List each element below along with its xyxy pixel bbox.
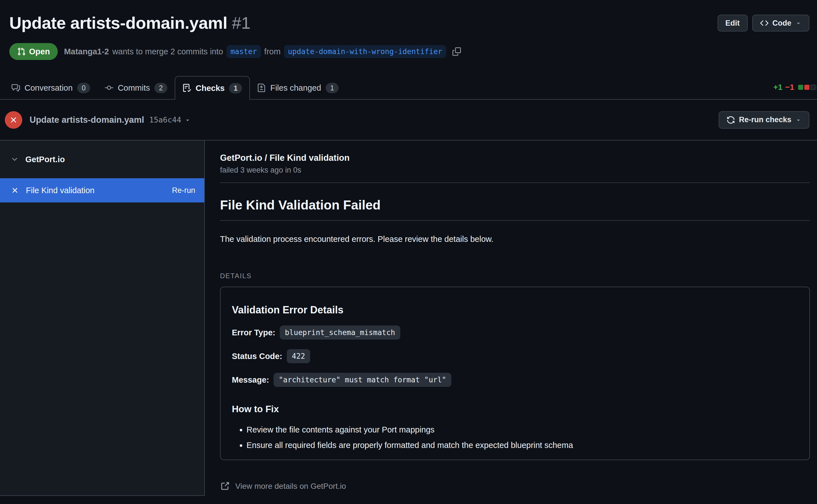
tab-checks[interactable]: Checks 1 — [175, 76, 250, 100]
edit-button[interactable]: Edit — [718, 15, 748, 32]
tab-label: Checks — [195, 84, 224, 93]
head-branch-label[interactable]: update-domain-with-wrong-identifier — [284, 45, 446, 58]
diffstat-square-neutral — [811, 85, 816, 90]
diffstat-squares — [798, 85, 817, 90]
check-result-heading: File Kind Validation Failed — [220, 197, 810, 221]
error-type-label: Error Type: — [232, 328, 275, 337]
tab-count: 1 — [229, 83, 242, 93]
sidebar-item-file-kind-validation[interactable]: File Kind validation Re-run — [0, 178, 204, 202]
author-name[interactable]: Matanga1-2 — [64, 47, 109, 56]
diffstat-square-deleted — [804, 85, 809, 90]
status-code-value: 422 — [287, 349, 310, 363]
check-detail-main: GetPort.io / File Kind validation failed… — [205, 141, 817, 496]
divider — [220, 182, 810, 183]
diffstat: +1 −1 — [773, 83, 817, 92]
check-breadcrumb: GetPort.io / File Kind validation — [220, 153, 810, 163]
message-value: "architecture" must match format "url" — [273, 373, 451, 387]
fix-list-item: Ensure all required fields are properly … — [246, 440, 798, 451]
view-more-details-label: View more details on GetPort.io — [235, 482, 346, 491]
tab-count: 0 — [77, 83, 90, 93]
sync-icon — [727, 116, 735, 124]
status-code-label: Status Code: — [232, 352, 282, 361]
status-code-row: Status Code: 422 — [232, 349, 798, 364]
error-type-row: Error Type: blueprint_schema_mismatch — [232, 325, 798, 340]
from-word: from — [264, 47, 280, 56]
commit-selector-caret-icon[interactable] — [184, 117, 191, 123]
merge-summary: Matanga1-2 wants to merge 2 commits into… — [64, 45, 461, 58]
rerun-checks-button[interactable]: Re-run checks — [719, 111, 809, 129]
view-more-details-link[interactable]: View more details on GetPort.io — [220, 481, 346, 491]
failed-check-icon — [5, 111, 22, 129]
details-section-label: DETAILS — [220, 272, 810, 280]
base-branch-label[interactable]: master — [226, 45, 261, 58]
message-row: Message: "architecture" must match forma… — [232, 372, 798, 387]
checks-sidebar: GetPort.io File Kind validation Re-run — [0, 141, 205, 496]
code-icon — [760, 19, 769, 27]
code-button-label: Code — [773, 19, 792, 28]
tab-count: 1 — [326, 83, 338, 93]
diffstat-deletions: −1 — [785, 83, 794, 92]
tab-label: Files changed — [270, 83, 321, 93]
pr-header: Update artists-domain.yaml #1 Edit Code … — [0, 0, 817, 60]
open-status-label: Open — [29, 47, 50, 56]
pr-tab-nav: Conversation 0 Commits 2 Checks 1 Files … — [0, 76, 817, 100]
error-type-value: blueprint_schema_mismatch — [280, 325, 400, 340]
comment-discussion-icon — [12, 84, 20, 92]
validation-error-box: Validation Error Details Error Type: blu… — [220, 287, 810, 460]
caret-down-icon — [795, 117, 802, 123]
diffstat-additions: +1 — [773, 83, 782, 92]
how-to-fix-heading: How to Fix — [232, 403, 798, 415]
commit-sha[interactable]: 15a6c44 — [149, 115, 181, 124]
message-label: Message: — [232, 375, 269, 385]
file-diff-icon — [257, 84, 266, 92]
pr-title-text: Update artists-domain.yaml — [9, 14, 227, 32]
pr-number: #1 — [232, 14, 250, 32]
tab-count: 2 — [154, 83, 167, 93]
checklist-icon — [182, 84, 191, 92]
x-icon — [11, 186, 19, 195]
merge-action-text: wants to merge 2 commits into — [112, 47, 223, 56]
sidebar-group-name: GetPort.io — [25, 155, 65, 164]
tab-files-changed[interactable]: Files changed 1 — [250, 77, 346, 99]
caret-down-icon — [795, 20, 802, 26]
checks-panel: GetPort.io File Kind validation Re-run G… — [0, 140, 817, 496]
sidebar-rerun-link[interactable]: Re-run — [172, 186, 195, 195]
copy-icon[interactable] — [453, 47, 461, 56]
git-pull-request-icon — [17, 47, 26, 56]
check-summary-text: The validation process encountered error… — [220, 234, 810, 244]
fix-list: Review the file contents against your Po… — [232, 425, 798, 451]
page-title: Update artists-domain.yaml #1 — [9, 12, 809, 34]
code-button[interactable]: Code — [752, 15, 810, 32]
header-actions: Edit Code — [718, 15, 810, 32]
external-link-icon — [220, 481, 230, 491]
tab-commits[interactable]: Commits 2 — [97, 77, 175, 99]
check-status-line: failed 3 weeks ago in 0s — [220, 166, 810, 175]
chevron-down-icon — [11, 155, 19, 163]
open-status-badge: Open — [9, 43, 58, 60]
pr-byline: Open Matanga1-2 wants to merge 2 commits… — [9, 43, 809, 60]
error-box-title: Validation Error Details — [232, 304, 798, 316]
fix-list-item: Review the file contents against your Po… — [246, 425, 798, 435]
rerun-checks-label: Re-run checks — [739, 115, 791, 124]
diffstat-square-added — [798, 85, 803, 90]
tab-label: Conversation — [25, 83, 73, 93]
sidebar-check-name: File Kind validation — [26, 186, 165, 195]
git-commit-icon — [105, 84, 113, 92]
tab-label: Commits — [118, 83, 150, 93]
tab-conversation[interactable]: Conversation 0 — [4, 77, 97, 99]
pr-checks-page: { "colors": { "page_bg": "#0d1117", "sid… — [0, 0, 817, 504]
commit-title: Update artists-domain.yaml — [30, 115, 144, 125]
sidebar-group-getport[interactable]: GetPort.io — [0, 141, 204, 178]
edit-button-label: Edit — [725, 19, 740, 28]
commit-check-bar: Update artists-domain.yaml 15a6c44 Re-ru… — [0, 100, 817, 140]
